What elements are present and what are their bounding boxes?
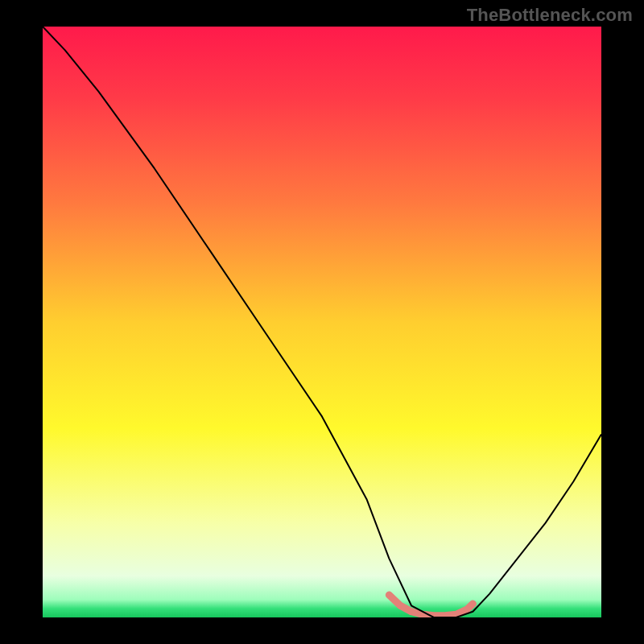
plot-area xyxy=(43,27,601,617)
heat-gradient-bg xyxy=(43,27,601,617)
chart-frame: TheBottleneck.com xyxy=(0,0,644,644)
bottleneck-chart-svg xyxy=(43,27,601,617)
watermark-text: TheBottleneck.com xyxy=(467,5,633,26)
